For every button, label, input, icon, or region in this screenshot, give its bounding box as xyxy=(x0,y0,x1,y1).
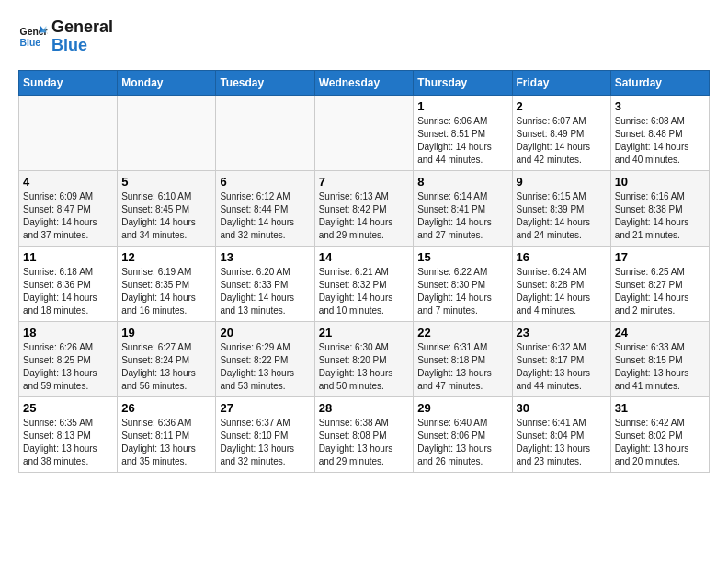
calendar-cell xyxy=(216,95,314,170)
calendar-cell: 7Sunrise: 6:13 AMSunset: 8:42 PMDaylight… xyxy=(314,170,414,246)
day-info: Sunrise: 6:29 AMSunset: 8:22 PMDaylight:… xyxy=(220,341,310,393)
day-number: 21 xyxy=(319,326,410,339)
day-number: 20 xyxy=(220,326,310,339)
header-day-saturday: Saturday xyxy=(610,70,709,95)
day-number: 6 xyxy=(220,175,310,189)
calendar-cell: 15Sunrise: 6:22 AMSunset: 8:30 PMDayligh… xyxy=(414,246,512,321)
day-number: 9 xyxy=(517,175,607,189)
logo-text-general: General xyxy=(51,18,113,37)
day-number: 28 xyxy=(319,401,410,415)
day-number: 22 xyxy=(417,326,507,339)
day-number: 4 xyxy=(23,175,113,189)
day-number: 24 xyxy=(615,326,705,339)
calendar-cell: 10Sunrise: 6:16 AMSunset: 8:38 PMDayligh… xyxy=(610,170,709,246)
day-info: Sunrise: 6:40 AMSunset: 8:06 PMDaylight:… xyxy=(417,417,507,468)
calendar-cell: 4Sunrise: 6:09 AMSunset: 8:47 PMDaylight… xyxy=(19,170,118,246)
header: General Blue General Blue xyxy=(18,18,710,55)
day-info: Sunrise: 6:35 AMSunset: 8:13 PMDaylight:… xyxy=(23,417,113,468)
day-info: Sunrise: 6:16 AMSunset: 8:38 PMDaylight:… xyxy=(615,190,705,242)
header-day-tuesday: Tuesday xyxy=(216,70,314,95)
day-number: 17 xyxy=(615,250,705,264)
logo: General Blue General Blue xyxy=(18,18,113,55)
day-info: Sunrise: 6:08 AMSunset: 8:48 PMDaylight:… xyxy=(615,115,705,167)
day-number: 5 xyxy=(121,175,211,189)
day-info: Sunrise: 6:27 AMSunset: 8:24 PMDaylight:… xyxy=(121,341,211,393)
calendar-cell: 30Sunrise: 6:41 AMSunset: 8:04 PMDayligh… xyxy=(512,396,610,472)
day-number: 26 xyxy=(121,401,211,415)
day-number: 2 xyxy=(517,99,607,113)
calendar-cell: 2Sunrise: 6:07 AMSunset: 8:49 PMDaylight… xyxy=(512,95,610,170)
day-info: Sunrise: 6:33 AMSunset: 8:15 PMDaylight:… xyxy=(615,341,705,393)
day-info: Sunrise: 6:38 AMSunset: 8:08 PMDaylight:… xyxy=(319,417,410,468)
day-number: 12 xyxy=(121,250,211,264)
day-info: Sunrise: 6:32 AMSunset: 8:17 PMDaylight:… xyxy=(517,341,607,393)
calendar-cell xyxy=(314,95,414,170)
day-number: 3 xyxy=(615,99,705,113)
calendar-cell: 26Sunrise: 6:36 AMSunset: 8:11 PMDayligh… xyxy=(118,396,216,472)
calendar-cell: 18Sunrise: 6:26 AMSunset: 8:25 PMDayligh… xyxy=(19,321,118,396)
calendar-cell: 20Sunrise: 6:29 AMSunset: 8:22 PMDayligh… xyxy=(216,321,314,396)
day-number: 18 xyxy=(23,326,113,339)
calendar-cell: 13Sunrise: 6:20 AMSunset: 8:33 PMDayligh… xyxy=(216,246,314,321)
day-info: Sunrise: 6:14 AMSunset: 8:41 PMDaylight:… xyxy=(417,190,507,242)
calendar-cell: 28Sunrise: 6:38 AMSunset: 8:08 PMDayligh… xyxy=(314,396,414,472)
day-number: 29 xyxy=(417,401,507,415)
calendar-cell: 21Sunrise: 6:30 AMSunset: 8:20 PMDayligh… xyxy=(314,321,414,396)
calendar-cell: 14Sunrise: 6:21 AMSunset: 8:32 PMDayligh… xyxy=(314,246,414,321)
calendar-cell: 17Sunrise: 6:25 AMSunset: 8:27 PMDayligh… xyxy=(610,246,709,321)
day-info: Sunrise: 6:10 AMSunset: 8:45 PMDaylight:… xyxy=(121,190,211,242)
calendar-cell: 1Sunrise: 6:06 AMSunset: 8:51 PMDaylight… xyxy=(414,95,512,170)
day-info: Sunrise: 6:41 AMSunset: 8:04 PMDaylight:… xyxy=(517,417,607,468)
calendar-cell: 5Sunrise: 6:10 AMSunset: 8:45 PMDaylight… xyxy=(118,170,216,246)
week-row-1: 1Sunrise: 6:06 AMSunset: 8:51 PMDaylight… xyxy=(19,95,710,170)
day-number: 1 xyxy=(417,99,507,113)
day-info: Sunrise: 6:20 AMSunset: 8:33 PMDaylight:… xyxy=(220,266,310,317)
calendar-cell: 16Sunrise: 6:24 AMSunset: 8:28 PMDayligh… xyxy=(512,246,610,321)
day-info: Sunrise: 6:26 AMSunset: 8:25 PMDaylight:… xyxy=(23,341,113,393)
header-day-wednesday: Wednesday xyxy=(314,70,414,95)
day-info: Sunrise: 6:18 AMSunset: 8:36 PMDaylight:… xyxy=(23,266,113,317)
svg-text:Blue: Blue xyxy=(20,37,41,47)
calendar-cell: 25Sunrise: 6:35 AMSunset: 8:13 PMDayligh… xyxy=(19,396,118,472)
day-info: Sunrise: 6:06 AMSunset: 8:51 PMDaylight:… xyxy=(417,115,507,167)
calendar-cell xyxy=(118,95,216,170)
day-number: 19 xyxy=(121,326,211,339)
day-number: 7 xyxy=(319,175,410,189)
calendar-cell xyxy=(19,95,118,170)
day-number: 31 xyxy=(615,401,705,415)
calendar-cell: 19Sunrise: 6:27 AMSunset: 8:24 PMDayligh… xyxy=(118,321,216,396)
day-number: 13 xyxy=(220,250,310,264)
day-info: Sunrise: 6:30 AMSunset: 8:20 PMDaylight:… xyxy=(319,341,410,393)
calendar-cell: 8Sunrise: 6:14 AMSunset: 8:41 PMDaylight… xyxy=(414,170,512,246)
logo-text-blue: Blue xyxy=(51,37,113,55)
day-number: 8 xyxy=(417,175,507,189)
week-row-5: 25Sunrise: 6:35 AMSunset: 8:13 PMDayligh… xyxy=(19,396,710,472)
calendar-cell: 3Sunrise: 6:08 AMSunset: 8:48 PMDaylight… xyxy=(610,95,709,170)
calendar-cell: 9Sunrise: 6:15 AMSunset: 8:39 PMDaylight… xyxy=(512,170,610,246)
day-info: Sunrise: 6:13 AMSunset: 8:42 PMDaylight:… xyxy=(319,190,410,242)
day-number: 23 xyxy=(517,326,607,339)
day-number: 15 xyxy=(417,250,507,264)
calendar-cell: 27Sunrise: 6:37 AMSunset: 8:10 PMDayligh… xyxy=(216,396,314,472)
day-number: 27 xyxy=(220,401,310,415)
day-info: Sunrise: 6:07 AMSunset: 8:49 PMDaylight:… xyxy=(517,115,607,167)
day-number: 10 xyxy=(615,175,705,189)
day-info: Sunrise: 6:12 AMSunset: 8:44 PMDaylight:… xyxy=(220,190,310,242)
calendar-cell: 29Sunrise: 6:40 AMSunset: 8:06 PMDayligh… xyxy=(414,396,512,472)
day-info: Sunrise: 6:15 AMSunset: 8:39 PMDaylight:… xyxy=(517,190,607,242)
calendar-cell: 12Sunrise: 6:19 AMSunset: 8:35 PMDayligh… xyxy=(118,246,216,321)
calendar-cell: 22Sunrise: 6:31 AMSunset: 8:18 PMDayligh… xyxy=(414,321,512,396)
header-day-friday: Friday xyxy=(512,70,610,95)
calendar-cell: 23Sunrise: 6:32 AMSunset: 8:17 PMDayligh… xyxy=(512,321,610,396)
week-row-4: 18Sunrise: 6:26 AMSunset: 8:25 PMDayligh… xyxy=(19,321,710,396)
day-number: 16 xyxy=(517,250,607,264)
day-info: Sunrise: 6:24 AMSunset: 8:28 PMDaylight:… xyxy=(517,266,607,317)
day-number: 14 xyxy=(319,250,410,264)
header-day-sunday: Sunday xyxy=(19,70,118,95)
header-day-thursday: Thursday xyxy=(414,70,512,95)
calendar-cell: 31Sunrise: 6:42 AMSunset: 8:02 PMDayligh… xyxy=(610,396,709,472)
day-info: Sunrise: 6:21 AMSunset: 8:32 PMDaylight:… xyxy=(319,266,410,317)
day-info: Sunrise: 6:37 AMSunset: 8:10 PMDaylight:… xyxy=(220,417,310,468)
day-number: 30 xyxy=(517,401,607,415)
day-number: 11 xyxy=(23,250,113,264)
